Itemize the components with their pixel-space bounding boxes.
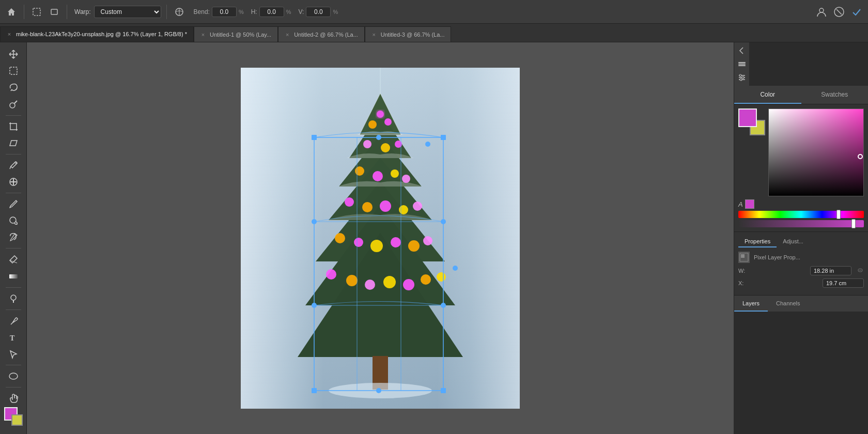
separator-3	[166, 5, 167, 19]
svg-rect-67	[312, 388, 317, 393]
svg-line-11	[10, 166, 11, 169]
svg-point-72	[312, 303, 317, 308]
history-brush-tool[interactable]	[4, 229, 23, 245]
x-row: X:	[738, 278, 864, 288]
svg-point-4	[819, 8, 824, 12]
select-tool-btn[interactable]	[29, 5, 44, 19]
shape-tool[interactable]	[4, 368, 23, 384]
color-swatches-stack	[738, 109, 765, 135]
color-gradient-picker[interactable]	[768, 109, 864, 196]
svg-rect-68	[441, 388, 446, 393]
color-panel-tabs: Color Swatches	[734, 86, 868, 104]
warp-overlay	[241, 68, 520, 409]
tab-close-2[interactable]: ×	[284, 31, 291, 38]
properties-section: Properties Adjust... Pixel Layer Prop...…	[734, 231, 868, 295]
tab-swatches[interactable]: Swatches	[801, 86, 869, 104]
heal-tool[interactable]	[4, 174, 23, 190]
separator-2	[67, 5, 67, 19]
tab-0[interactable]: × mike-blank-L23AkTe3y20-unsplash.jpg @ …	[0, 26, 194, 42]
svg-line-10	[14, 101, 17, 103]
h-unit: %	[286, 9, 291, 15]
marquee-tool[interactable]	[4, 63, 23, 79]
perspective-crop-tool[interactable]	[4, 135, 23, 151]
home-button[interactable]	[4, 5, 19, 19]
pen-tool[interactable]	[4, 313, 23, 328]
bottom-panel-tabs: Layers Channels	[734, 295, 868, 312]
tab-color[interactable]: Color	[734, 86, 801, 104]
h-group: H: %	[251, 7, 291, 17]
confirm-warp-btn[interactable]	[849, 5, 864, 19]
canvas-area[interactable]	[27, 42, 734, 434]
svg-text:T: T	[10, 334, 15, 342]
svg-line-8	[11, 89, 12, 91]
svg-point-85	[740, 79, 742, 81]
tab-3[interactable]: × Untitled-3 @ 66.7% (La...	[365, 26, 452, 42]
clone-stamp-tool[interactable]	[4, 213, 23, 228]
bend-group: Bend: %	[194, 7, 244, 17]
hue-slider[interactable]	[738, 211, 864, 218]
tab-channels[interactable]: Channels	[768, 296, 808, 312]
image-canvas[interactable]	[241, 68, 520, 409]
crop-tool[interactable]	[4, 119, 23, 134]
tab-close-0[interactable]: ×	[6, 30, 13, 38]
x-input[interactable]	[823, 278, 864, 288]
shape-tool-btn[interactable]	[47, 5, 61, 19]
tool-sep-8	[6, 387, 21, 388]
alpha-slider[interactable]	[738, 220, 864, 227]
svg-point-83	[739, 74, 741, 76]
v-input[interactable]	[306, 7, 331, 17]
path-select-tool[interactable]	[4, 346, 23, 362]
hand-tool[interactable]	[4, 391, 23, 406]
tab-1[interactable]: × Untitled-1 @ 50% (Lay...	[194, 26, 278, 42]
tool-sep-3	[6, 193, 21, 193]
tool-sep-6	[6, 309, 21, 310]
cancel-warp-btn[interactable]	[832, 5, 846, 19]
foreground-color-swatch[interactable]	[738, 109, 757, 127]
warp-select[interactable]: NoneCustomArcArc LowerArc UpperArchBulge…	[94, 6, 161, 18]
user-icon[interactable]	[814, 5, 829, 19]
alpha-icon: A	[738, 200, 743, 208]
type-tool[interactable]: T	[4, 330, 23, 345]
panel-collapse-btn[interactable]	[736, 44, 748, 57]
background-swatch[interactable]	[11, 414, 23, 426]
svg-point-69	[376, 135, 381, 140]
layers-icon-btn[interactable]	[736, 58, 748, 70]
eyedropper-tool[interactable]	[4, 158, 23, 173]
eraser-tool[interactable]	[4, 252, 23, 267]
w-link-icon	[857, 267, 864, 275]
pixel-layer-icon	[738, 252, 750, 263]
svg-rect-79	[738, 65, 746, 66]
dodge-tool[interactable]	[4, 290, 23, 306]
tab-2[interactable]: × Untitled-2 @ 66.7% (La...	[278, 26, 365, 42]
h-input[interactable]	[259, 7, 284, 17]
tab-layers[interactable]: Layers	[734, 296, 768, 312]
tab-close-1[interactable]: ×	[199, 31, 207, 38]
left-toolbar: T	[0, 42, 27, 434]
gradient-tool[interactable]	[4, 268, 23, 284]
tab-label-2: Untitled-2 @ 66.7% (La...	[294, 32, 358, 38]
brush-tool[interactable]	[4, 196, 23, 212]
svg-point-71	[441, 219, 446, 224]
properties-tabs: Properties Adjust...	[738, 236, 864, 247]
tool-sep-4	[6, 248, 21, 249]
adjustments-icon-btn[interactable]	[736, 71, 748, 84]
v-unit: %	[333, 9, 338, 15]
right-icon-strip	[734, 42, 749, 86]
tab-close-3[interactable]: ×	[370, 31, 378, 38]
move-tool[interactable]	[4, 47, 23, 62]
main-area: T	[0, 42, 868, 434]
tool-sep-2	[6, 154, 21, 154]
svg-point-84	[742, 76, 744, 79]
alpha-swatch-small[interactable]	[745, 199, 754, 209]
w-input[interactable]	[810, 266, 851, 275]
svg-line-6	[836, 9, 842, 14]
right-panel: Color Swatches	[734, 86, 868, 312]
warp-grid-btn[interactable]	[172, 5, 187, 19]
right-panel-container: Color Swatches	[734, 42, 868, 434]
lasso-tool[interactable]	[4, 80, 23, 95]
quick-select-tool[interactable]	[4, 97, 23, 112]
tab-properties[interactable]: Properties	[738, 236, 777, 247]
svg-rect-66	[441, 135, 446, 140]
bend-input[interactable]	[212, 7, 237, 17]
tab-adjustments[interactable]: Adjust...	[777, 236, 810, 247]
